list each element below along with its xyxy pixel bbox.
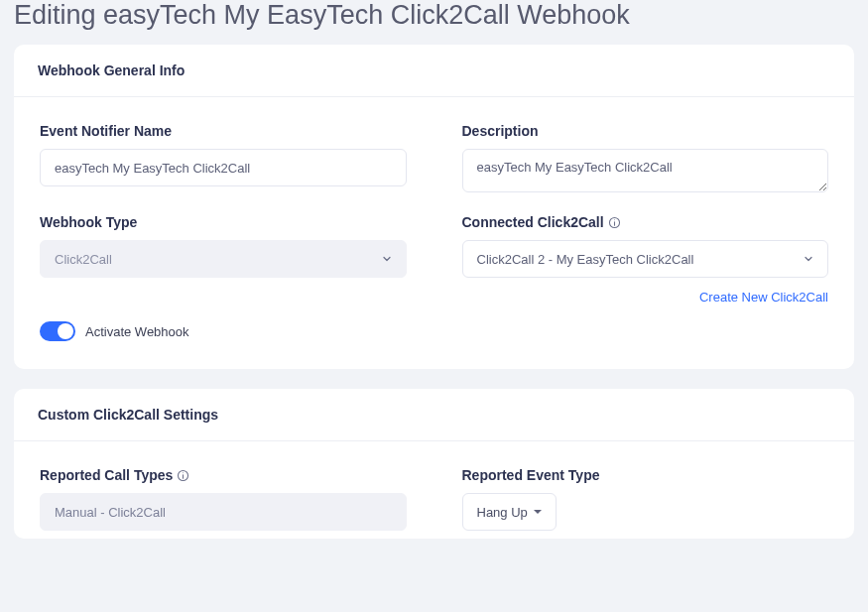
info-icon	[608, 216, 621, 229]
svg-point-2	[614, 219, 615, 220]
reported-event-type-dropdown[interactable]: Hang Up	[462, 493, 557, 531]
custom-settings-header: Custom Click2Call Settings	[14, 389, 854, 441]
reported-call-types-label: Reported Call Types	[40, 467, 407, 483]
general-info-card: Webhook General Info Event Notifier Name…	[14, 45, 854, 369]
reported-call-types-value: Manual - Click2Call	[55, 505, 166, 520]
webhook-type-label: Webhook Type	[40, 214, 407, 230]
activate-webhook-toggle[interactable]	[40, 321, 75, 341]
description-label: Description	[462, 123, 829, 139]
page-title: Editing easyTech My EasyTech Click2Call …	[14, 0, 854, 31]
general-info-header: Webhook General Info	[14, 45, 854, 97]
event-notifier-input[interactable]	[40, 149, 407, 186]
description-textarea[interactable]: easyTech My EasyTech Click2Call	[462, 149, 829, 192]
general-info-header-title: Webhook General Info	[38, 62, 830, 78]
custom-settings-card: Custom Click2Call Settings Reported Call…	[14, 389, 854, 539]
activate-webhook-label: Activate Webhook	[85, 324, 189, 339]
connected-click2call-select[interactable]: Click2Call 2 - My EasyTech Click2Call	[462, 240, 829, 278]
reported-event-type-label: Reported Event Type	[462, 467, 829, 483]
event-notifier-label: Event Notifier Name	[40, 123, 407, 139]
webhook-type-value: Click2Call	[55, 252, 112, 267]
svg-point-5	[183, 472, 184, 473]
connected-click2call-value: Click2Call 2 - My EasyTech Click2Call	[477, 252, 694, 267]
custom-settings-header-title: Custom Click2Call Settings	[38, 407, 830, 423]
create-new-click2call-link[interactable]: Create New Click2Call	[699, 290, 828, 305]
caret-down-icon	[534, 510, 542, 514]
toggle-knob	[58, 323, 73, 339]
connected-click2call-label: Connected Click2Call	[462, 214, 829, 230]
reported-call-types-select[interactable]: Manual - Click2Call	[40, 493, 407, 531]
info-icon	[177, 469, 189, 482]
reported-event-type-value: Hang Up	[477, 505, 528, 520]
webhook-type-select[interactable]: Click2Call	[40, 240, 407, 278]
